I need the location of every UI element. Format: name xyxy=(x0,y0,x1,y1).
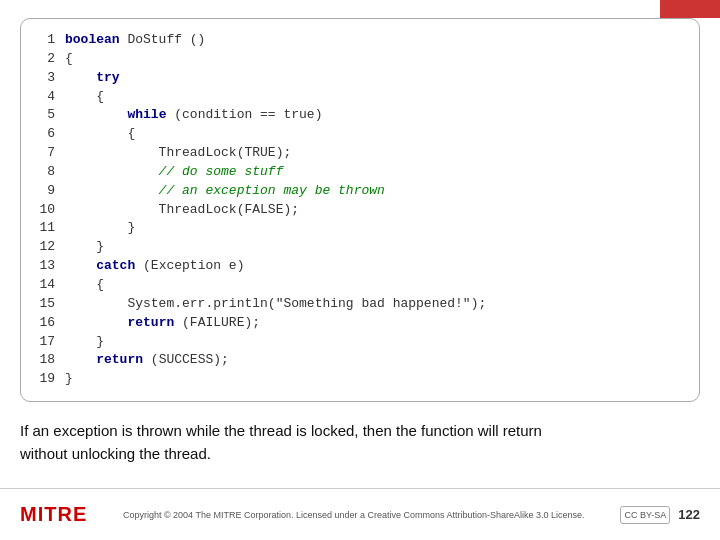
line-number: 8 xyxy=(47,163,55,182)
code-line: } xyxy=(65,370,683,389)
code-line: while (condition == true) xyxy=(65,106,683,125)
code-line: try xyxy=(65,69,683,88)
code-line: } xyxy=(65,219,683,238)
code-line: return (SUCCESS); xyxy=(65,351,683,370)
code-container: 12345678910111213141516171819 boolean Do… xyxy=(20,18,700,402)
line-number: 19 xyxy=(39,370,55,389)
line-number: 9 xyxy=(47,182,55,201)
line-number: 12 xyxy=(39,238,55,257)
description-text: If an exception is thrown while the thre… xyxy=(20,420,700,465)
code-line: } xyxy=(65,333,683,352)
footer: MITRE Copyright © 2004 The MITRE Corpora… xyxy=(0,488,720,540)
footer-right: CC BY-SA 122 xyxy=(620,506,700,524)
line-number: 10 xyxy=(39,201,55,220)
description-line1: If an exception is thrown while the thre… xyxy=(20,422,542,439)
code-line: { xyxy=(65,50,683,69)
mitre-logo: MITRE xyxy=(20,503,87,526)
line-number: 3 xyxy=(47,69,55,88)
code-line: } xyxy=(65,238,683,257)
line-number: 15 xyxy=(39,295,55,314)
line-number: 2 xyxy=(47,50,55,69)
code-line: { xyxy=(65,276,683,295)
line-number: 16 xyxy=(39,314,55,333)
code-line: catch (Exception e) xyxy=(65,257,683,276)
code-line: System.err.println("Something bad happen… xyxy=(65,295,683,314)
line-number: 5 xyxy=(47,106,55,125)
line-number: 6 xyxy=(47,125,55,144)
code-line: ThreadLock(TRUE); xyxy=(65,144,683,163)
code-line: return (FAILURE); xyxy=(65,314,683,333)
line-number: 7 xyxy=(47,144,55,163)
line-numbers: 12345678910111213141516171819 xyxy=(37,31,65,389)
code-line: { xyxy=(65,125,683,144)
footer-copyright: Copyright © 2004 The MITRE Corporation. … xyxy=(107,510,600,520)
code-line: // do some stuff xyxy=(65,163,683,182)
line-number: 14 xyxy=(39,276,55,295)
description-line2: without unlocking the thread. xyxy=(20,445,211,462)
code-line: ThreadLock(FALSE); xyxy=(65,201,683,220)
page-number: 122 xyxy=(678,507,700,522)
cc-badge: CC BY-SA xyxy=(620,506,670,524)
code-block: boolean DoStuff (){ try { while (conditi… xyxy=(65,31,683,389)
line-number: 17 xyxy=(39,333,55,352)
mitre-text: MITRE xyxy=(20,503,87,526)
line-number: 18 xyxy=(39,351,55,370)
line-number: 4 xyxy=(47,88,55,107)
line-number: 11 xyxy=(39,219,55,238)
line-number: 13 xyxy=(39,257,55,276)
code-line: // an exception may be thrown xyxy=(65,182,683,201)
code-line: boolean DoStuff () xyxy=(65,31,683,50)
top-accent xyxy=(660,0,720,18)
line-number: 1 xyxy=(47,31,55,50)
main-content: 12345678910111213141516171819 boolean Do… xyxy=(20,18,700,480)
code-line: { xyxy=(65,88,683,107)
